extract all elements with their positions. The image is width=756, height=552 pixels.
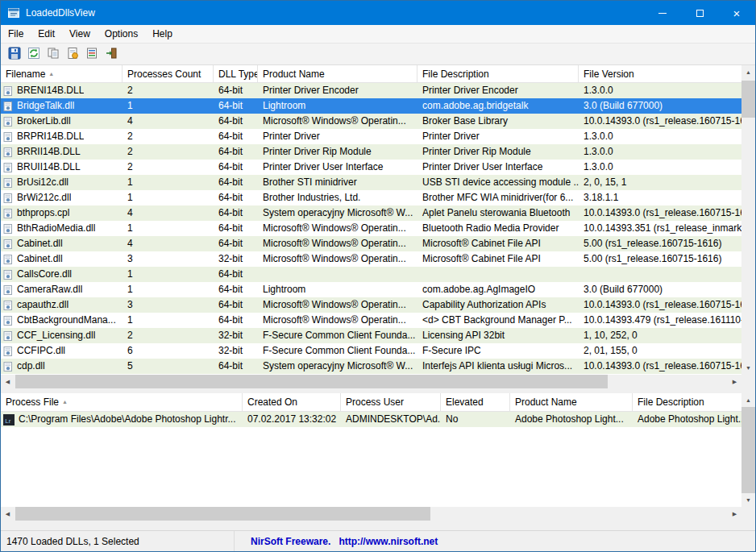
cell-dll-type: 64-bit (214, 267, 258, 282)
cell-file-version: 10.0.14393.0 (rs1_release.160715-1616 (579, 205, 741, 221)
refresh-button[interactable] (24, 45, 44, 64)
scroll-down-icon[interactable]: ▼ (741, 361, 755, 375)
cell-filename: BRENI14B.DLL (1, 83, 123, 98)
scroll-left-icon[interactable]: ◀ (1, 507, 15, 521)
save-icon (8, 47, 21, 62)
copy-button[interactable] (44, 45, 63, 64)
cell-processes-count: 6 (123, 343, 214, 359)
cell-dll-type: 64-bit (214, 160, 258, 175)
menu-help[interactable]: Help (145, 25, 180, 43)
scroll-right-icon[interactable]: ▶ (728, 375, 741, 388)
dll-row[interactable]: BthRadioMedia.dll164-bitMicrosoft® Windo… (1, 221, 741, 236)
cell-file-description: <d> CBT Background Manager P... (417, 313, 579, 328)
column-header-process-user[interactable]: Process User (341, 393, 441, 411)
cell-file-version: 1.3.0.0 (579, 129, 741, 144)
column-header-processes-count[interactable]: Processes Count (123, 65, 214, 82)
dll-list-pane: Filename▲Processes CountDLL TypeProduct … (1, 65, 755, 388)
dll-row[interactable]: Cabinet.dll464-bitMicrosoft® Windows® Op… (1, 236, 741, 251)
scroll-down-icon[interactable]: ▼ (741, 493, 755, 507)
dll-row[interactable]: bthprops.cpl464-bitSystem operacyjny Mic… (1, 205, 741, 221)
dll-row[interactable]: BRPRI14B.DLL264-bitPrinter DriverPrinter… (1, 129, 741, 144)
menu-file[interactable]: File (1, 25, 31, 43)
cell-product-name: Microsoft® Windows® Operatin... (258, 297, 417, 313)
menu-edit[interactable]: Edit (31, 25, 62, 43)
dll-row[interactable]: CbtBackgroundMana...164-bitMicrosoft® Wi… (1, 313, 741, 328)
column-header-elevated[interactable]: Elevated (441, 393, 510, 411)
dll-row[interactable]: BrWi212c.dll164-bitBrother Industries, L… (1, 190, 741, 205)
exit-icon (105, 47, 118, 62)
dll-vertical-scrollbar[interactable]: ▲ ▼ (741, 65, 755, 375)
column-header-product-name[interactable]: Product Name (258, 65, 417, 82)
close-button[interactable]: × (718, 1, 755, 25)
dll-horizontal-scrollbar[interactable]: ◀ ▶ (1, 375, 741, 388)
cell-product-name: Microsoft® Windows® Operatin... (258, 313, 417, 328)
dll-file-icon (3, 362, 13, 371)
column-header-file-description[interactable]: File Description (417, 65, 579, 82)
dll-row[interactable]: Cabinet.dll332-bitMicrosoft® Windows® Op… (1, 251, 741, 267)
process-horizontal-scrollbar[interactable]: ◀ ▶ (1, 507, 741, 521)
column-header-created-on[interactable]: Created On (243, 393, 341, 411)
cell-product-name: F-Secure Common Client Founda... (258, 343, 417, 359)
scroll-thumb[interactable] (15, 507, 430, 521)
cell-processes-count: 1 (123, 98, 214, 114)
dll-row[interactable]: CameraRaw.dll164-bitLightroomcom.adobe.a… (1, 282, 741, 297)
sort-indicator: ▲ (62, 399, 68, 405)
cell-file-description: Licensing API 32bit (417, 328, 579, 343)
dll-row[interactable]: BrokerLib.dll464-bitMicrosoft® Windows® … (1, 114, 741, 129)
menu-options[interactable]: Options (98, 25, 145, 43)
dll-row[interactable]: CCFIPC.dll632-bitF-Secure Common Client … (1, 343, 741, 359)
scroll-right-icon[interactable]: ▶ (728, 507, 741, 521)
maximize-button[interactable] (681, 1, 718, 25)
process-row[interactable]: LrC:\Program Files\Adobe\Adobe Photoshop… (1, 412, 741, 427)
dll-row[interactable]: CCF_Licensing.dll232-bitF-Secure Common … (1, 328, 741, 343)
dll-row[interactable]: BRENI14B.DLL264-bitPrinter Driver Encode… (1, 83, 741, 98)
dll-row[interactable]: BrUsi12c.dll164-bitBrother STI minidrive… (1, 175, 741, 190)
cell-filename: capauthz.dll (1, 297, 123, 313)
process-list-pane: Process File▲Created OnProcess UserEleva… (1, 393, 755, 521)
scroll-thumb[interactable] (741, 81, 755, 118)
cell-file-version: 10.0.14393.0 (rs1_release.160715-1616 (579, 297, 741, 313)
cell-filename: CallsCore.dll (1, 267, 123, 282)
column-header-dll-type[interactable]: DLL Type (214, 65, 258, 82)
scroll-thumb[interactable] (15, 375, 608, 388)
column-header-file-description[interactable]: File Description (633, 393, 741, 411)
menu-view[interactable]: View (62, 25, 98, 43)
dll-row[interactable]: BRUII14B.DLL264-bitPrinter Driver User I… (1, 160, 741, 175)
minimize-button[interactable] (644, 1, 681, 25)
cell-product-name: Adobe Photoshop Light... (510, 412, 633, 427)
dll-row[interactable]: cdp.dll564-bitSystem operacyjny Microsof… (1, 359, 741, 374)
column-header-filename[interactable]: Filename▲ (1, 65, 123, 82)
cell-file-description: Microsoft® Cabinet File API (417, 251, 579, 267)
report-button[interactable] (82, 45, 102, 64)
dll-row[interactable]: capauthz.dll364-bitMicrosoft® Windows® O… (1, 297, 741, 313)
cell-file-description: com.adobe.ag.bridgetalk (417, 98, 579, 114)
cell-product-name (258, 267, 417, 282)
cell-processes-count: 1 (123, 282, 214, 297)
scroll-up-icon[interactable]: ▲ (741, 393, 755, 407)
app-window: LoadedDllsView × FileEditViewOptionsHelp… (0, 0, 756, 552)
dll-file-icon (3, 102, 13, 111)
column-header-file-version[interactable]: File Version (579, 65, 741, 82)
properties-button[interactable] (63, 45, 82, 64)
cell-file-description: F-Secure IPC (417, 343, 579, 359)
scroll-thumb[interactable] (741, 407, 755, 493)
dll-row[interactable]: BridgeTalk.dll164-bitLightroomcom.adobe.… (1, 98, 741, 114)
cell-process-file: LrC:\Program Files\Adobe\Adobe Photoshop… (1, 412, 243, 427)
nirsoft-link[interactable]: http://www.nirsoft.net (339, 536, 438, 547)
scroll-left-icon[interactable]: ◀ (1, 375, 15, 388)
dll-file-icon (3, 132, 13, 142)
cell-product-name: Brother Industries, Ltd. (258, 190, 417, 205)
cell-filename: Cabinet.dll (1, 251, 123, 267)
dll-row[interactable]: CallsCore.dll164-bit (1, 267, 741, 282)
dll-row[interactable]: BRRII14B.DLL264-bitPrinter Driver Rip Mo… (1, 144, 741, 160)
cell-dll-type: 64-bit (214, 359, 258, 374)
cell-process-user: ADMINDESKTOP\Ad... (341, 412, 441, 427)
exit-button[interactable] (102, 45, 121, 64)
cell-file-version: 2, 01, 155, 0 (579, 343, 741, 359)
process-vertical-scrollbar[interactable]: ▲ ▼ (741, 393, 755, 507)
column-header-product-name[interactable]: Product Name (510, 393, 633, 411)
scroll-up-icon[interactable]: ▲ (741, 65, 755, 79)
column-header-process-file[interactable]: Process File▲ (1, 393, 243, 411)
cell-dll-type: 32-bit (214, 343, 258, 359)
save-button[interactable] (5, 45, 24, 64)
